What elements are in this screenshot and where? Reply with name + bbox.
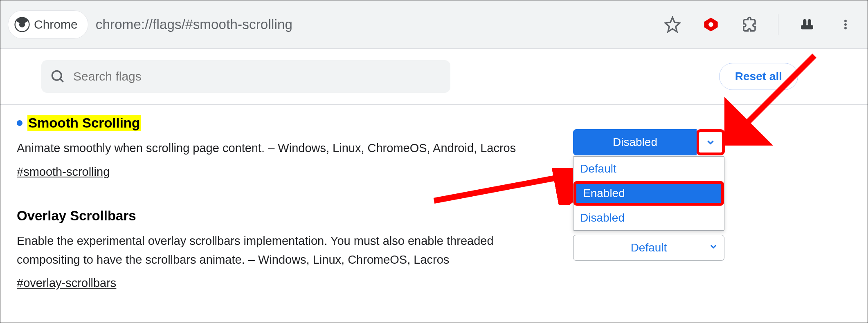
- search-icon: [50, 69, 65, 84]
- svg-rect-4: [808, 19, 811, 26]
- address-bar: Chrome chrome://flags/#smooth-scrolling: [0, 0, 868, 49]
- flag-description: Enable the experimental overlay scrollba…: [17, 232, 520, 269]
- flag-select-value: Disabled: [613, 136, 657, 149]
- option-enabled[interactable]: Enabled: [573, 181, 724, 206]
- site-chip-label: Chrome: [34, 18, 78, 31]
- flag-select-dropdown: Default Enabled Disabled: [573, 156, 724, 231]
- flag-hash-link[interactable]: #overlay-scrollbars: [17, 276, 116, 290]
- flag-hash-link[interactable]: #smooth-scrolling: [17, 165, 110, 179]
- extensions-puzzle-icon[interactable]: [739, 14, 760, 35]
- svg-line-11: [741, 56, 814, 129]
- svg-point-9: [52, 71, 62, 81]
- chevron-down-icon: [705, 137, 716, 148]
- profile-avatar-icon[interactable]: [796, 14, 818, 35]
- svg-line-10: [60, 79, 63, 82]
- site-chip[interactable]: Chrome: [8, 10, 88, 39]
- svg-point-7: [844, 23, 847, 26]
- flag-select-chevron-highlighted[interactable]: [696, 129, 725, 155]
- flag-select-value: Default: [631, 241, 667, 254]
- flag-select-button[interactable]: Disabled: [573, 129, 697, 155]
- option-disabled[interactable]: Disabled: [573, 206, 724, 230]
- bookmark-star-icon[interactable]: [662, 14, 683, 35]
- flag-title: Smooth Scrolling: [27, 115, 141, 131]
- annotation-arrow-2: [430, 168, 573, 205]
- addressbar-actions: [662, 0, 856, 48]
- smooth-scrolling-select: Disabled Default Enabled Disabled: [573, 129, 725, 231]
- search-flags-box[interactable]: [41, 60, 450, 93]
- chrome-logo-icon: [14, 17, 30, 32]
- flag-title: Overlay Scrollbars: [17, 208, 136, 223]
- option-default[interactable]: Default: [573, 157, 724, 181]
- annotation-arrow-1: [724, 52, 819, 146]
- overlay-scrollbars-select[interactable]: Default: [573, 235, 724, 261]
- chrome-menu-icon[interactable]: [835, 14, 856, 35]
- svg-point-2: [708, 22, 713, 27]
- svg-point-8: [844, 27, 847, 29]
- flag-description: Animate smoothly when scrolling page con…: [17, 139, 520, 158]
- svg-rect-5: [801, 25, 813, 29]
- svg-rect-3: [803, 19, 806, 26]
- search-flags-input[interactable]: [73, 70, 441, 83]
- toolbar-separator: [778, 14, 778, 35]
- chevron-down-icon: [708, 241, 718, 254]
- extension-red-icon[interactable]: [700, 14, 722, 35]
- flags-content: Smooth Scrolling Animate smoothly when s…: [0, 105, 868, 290]
- modified-flag-dot: [17, 120, 22, 126]
- omnibox-url[interactable]: chrome://flags/#smooth-scrolling: [96, 17, 292, 32]
- svg-line-12: [434, 176, 565, 201]
- svg-point-6: [844, 20, 847, 22]
